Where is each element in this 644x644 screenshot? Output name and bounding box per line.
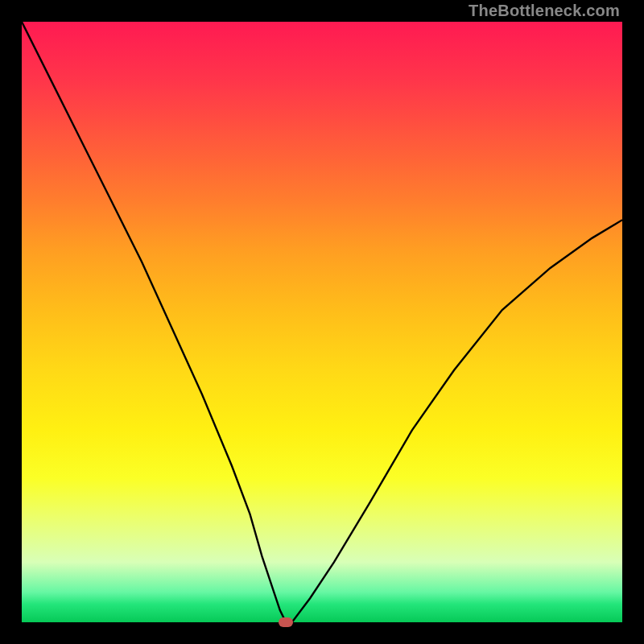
bottleneck-curve xyxy=(22,22,622,622)
chart-frame: TheBottleneck.com xyxy=(0,0,644,644)
watermark-text: TheBottleneck.com xyxy=(469,2,620,20)
optimal-point-marker xyxy=(279,617,293,627)
plot-area xyxy=(22,22,622,622)
